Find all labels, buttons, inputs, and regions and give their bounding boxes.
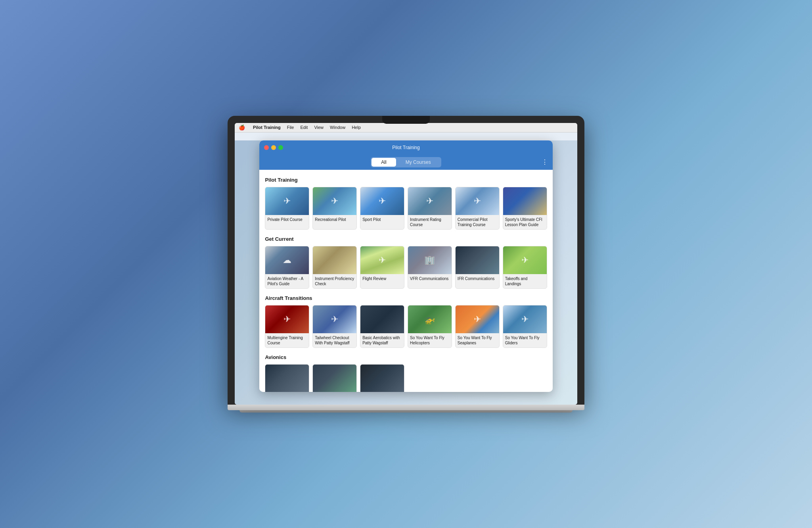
- course-label-helicopters: So You Want To Fly Helicopters: [408, 333, 452, 348]
- course-label-multiengine: Multiengine Training Course: [265, 333, 309, 348]
- menubar-help[interactable]: Help: [352, 125, 361, 130]
- course-label-commercial-pilot: Commercial Pilot Training Course: [456, 215, 499, 229]
- course-thumb-takeoffs-landings: ✈: [503, 246, 547, 274]
- course-thumb-seaplanes: ✈: [456, 305, 499, 333]
- course-thumb-commercial-pilot: ✈: [456, 187, 499, 215]
- course-label-recreational-pilot: Recreational Pilot: [313, 215, 356, 224]
- course-thumb-ifr-comms: [456, 246, 499, 274]
- tab-my-courses[interactable]: My Courses: [396, 158, 440, 167]
- tab-all[interactable]: All: [372, 158, 396, 167]
- course-icon-private-pilot: ✈: [283, 196, 291, 206]
- course-thumb-instrument-rating: ✈: [408, 187, 452, 215]
- window-title: Pilot Training: [392, 145, 419, 150]
- screen-background: Pilot Training All My Courses ⋮ Pilot Tr…: [235, 140, 577, 405]
- course-card-helicopters[interactable]: 🚁So You Want To Fly Helicopters: [408, 305, 452, 348]
- window-controls: [264, 145, 283, 150]
- course-label-flight-review: Flight Review: [360, 274, 404, 283]
- course-thumb-sport-pilot: ✈: [360, 187, 404, 215]
- notch: [382, 116, 430, 124]
- course-thumb-aerobatics: [360, 305, 404, 333]
- course-card-aerobatics[interactable]: Basic Aerobatics with Patty Wagstaff: [360, 305, 404, 348]
- course-icon-commercial-pilot: ✈: [474, 196, 481, 206]
- course-card-vfr-comms[interactable]: 🏢VFR Communications: [408, 246, 452, 289]
- course-card-private-pilot[interactable]: ✈Private Pilot Course: [265, 187, 309, 230]
- content-area[interactable]: Pilot Training✈Private Pilot Course✈Recr…: [259, 170, 552, 392]
- screen-bezel: 🍎 Pilot Training File Edit View Window H…: [228, 116, 584, 405]
- course-thumb-tailwheel: ✈: [313, 305, 356, 333]
- course-card-foreflight[interactable]: Flying With ForeFlight: [312, 364, 357, 392]
- section-title-get-current: Get Current: [265, 236, 547, 242]
- course-label-cfi-guide: Sporty's Ultimate CFI Lesson Plan Guide: [503, 215, 547, 229]
- course-thumb-aspen: [360, 365, 404, 392]
- course-label-instrument-proficiency: Instrument Proficiency Check: [313, 274, 356, 288]
- course-thumb-vfr-comms: 🏢: [408, 246, 452, 274]
- app-window: Pilot Training All My Courses ⋮ Pilot Tr…: [259, 140, 552, 392]
- apple-icon[interactable]: 🍎: [239, 125, 245, 131]
- course-label-ifr-comms: IFR Communications: [456, 274, 499, 283]
- course-thumb-recreational-pilot: ✈: [313, 187, 356, 215]
- titlebar: Pilot Training: [259, 140, 552, 155]
- course-card-cfi-guide[interactable]: Sporty's Ultimate CFI Lesson Plan Guide: [503, 187, 547, 230]
- course-card-instrument-rating[interactable]: ✈Instrument Rating Course: [408, 187, 452, 230]
- course-thumb-helicopters: 🚁: [408, 305, 452, 333]
- course-icon-seaplanes: ✈: [474, 314, 481, 324]
- course-label-vfr-comms: VFR Communications: [408, 274, 452, 283]
- course-thumb-flight-review: ✈: [360, 246, 404, 274]
- menubar-app-name: Pilot Training: [253, 125, 281, 130]
- course-thumb-instrument-proficiency: [313, 246, 356, 274]
- section-title-pilot-training: Pilot Training: [265, 177, 547, 183]
- course-card-commercial-pilot[interactable]: ✈Commercial Pilot Training Course: [455, 187, 500, 230]
- menubar-file[interactable]: File: [287, 125, 294, 130]
- menubar: 🍎 Pilot Training File Edit View Window H…: [235, 123, 577, 132]
- course-label-seaplanes: So You Want To Fly Seaplanes: [456, 333, 499, 348]
- course-label-tailwheel: Tailwheel Checkout With Patty Wagstaff: [313, 333, 356, 348]
- course-icon-sport-pilot: ✈: [379, 196, 386, 206]
- course-card-seaplanes[interactable]: ✈So You Want To Fly Seaplanes: [455, 305, 500, 348]
- course-card-multiengine[interactable]: ✈Multiengine Training Course: [265, 305, 309, 348]
- course-icon-gliders: ✈: [521, 314, 529, 324]
- course-card-sport-pilot[interactable]: ✈Sport Pilot: [360, 187, 404, 230]
- course-card-aviation-weather[interactable]: ☁Aviation Weather - A Pilot's Guide: [265, 246, 309, 289]
- course-label-aviation-weather: Aviation Weather - A Pilot's Guide: [265, 274, 309, 288]
- course-icon-instrument-rating: ✈: [426, 196, 433, 206]
- course-icon-vfr-comms: 🏢: [424, 255, 435, 265]
- course-thumb-gliders: ✈: [503, 305, 547, 333]
- course-icon-aviation-weather: ☁: [283, 255, 291, 265]
- course-thumb-private-pilot: ✈: [265, 187, 309, 215]
- laptop-base: [228, 405, 584, 410]
- course-label-gliders: So You Want To Fly Gliders: [503, 333, 547, 348]
- course-card-instrument-proficiency[interactable]: Instrument Proficiency Check: [312, 246, 357, 289]
- maximize-button[interactable]: [278, 145, 283, 150]
- course-card-recreational-pilot[interactable]: ✈Recreational Pilot: [312, 187, 357, 230]
- course-thumb-g1000: [265, 365, 309, 392]
- tab-bar: All My Courses ⋮: [259, 155, 552, 170]
- course-grid-pilot-training: ✈Private Pilot Course✈Recreational Pilot…: [265, 187, 547, 230]
- more-button[interactable]: ⋮: [542, 158, 548, 166]
- tab-group: All My Courses: [371, 157, 441, 167]
- course-card-g1000[interactable]: Garmin G1000 Checkout: [265, 364, 309, 392]
- screen: 🍎 Pilot Training File Edit View Window H…: [235, 123, 577, 405]
- course-grid-aircraft-transitions: ✈Multiengine Training Course✈Tailwheel C…: [265, 305, 547, 348]
- menubar-window[interactable]: Window: [330, 125, 345, 130]
- close-button[interactable]: [264, 145, 269, 150]
- course-icon-multiengine: ✈: [283, 314, 291, 324]
- course-card-ifr-comms[interactable]: IFR Communications: [455, 246, 500, 289]
- course-thumb-multiengine: ✈: [265, 305, 309, 333]
- course-card-takeoffs-landings[interactable]: ✈Takeoffs and Landings: [503, 246, 547, 289]
- menubar-edit[interactable]: Edit: [300, 125, 308, 130]
- course-thumb-cfi-guide: [503, 187, 547, 215]
- course-icon-tailwheel: ✈: [331, 314, 338, 324]
- course-card-tailwheel[interactable]: ✈Tailwheel Checkout With Patty Wagstaff: [312, 305, 357, 348]
- course-card-gliders[interactable]: ✈So You Want To Fly Gliders: [503, 305, 547, 348]
- course-thumb-foreflight: [313, 365, 356, 392]
- course-icon-takeoffs-landings: ✈: [521, 255, 529, 265]
- menubar-view[interactable]: View: [314, 125, 324, 130]
- laptop-bottom: [239, 410, 573, 413]
- course-label-sport-pilot: Sport Pilot: [360, 215, 404, 224]
- course-icon-recreational-pilot: ✈: [331, 196, 338, 206]
- minimize-button[interactable]: [271, 145, 276, 150]
- course-card-flight-review[interactable]: ✈Flight Review: [360, 246, 404, 289]
- course-label-takeoffs-landings: Takeoffs and Landings: [503, 274, 547, 288]
- section-title-avionics: Avionics: [265, 354, 547, 360]
- course-card-aspen[interactable]: Flying The Aspen Evolution: [360, 364, 404, 392]
